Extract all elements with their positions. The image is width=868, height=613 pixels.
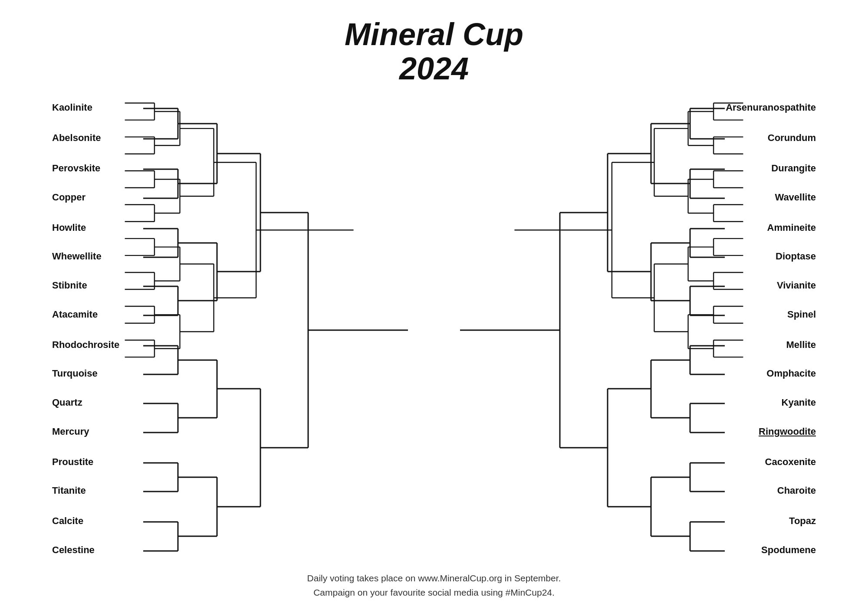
team-spinel: Spinel xyxy=(787,309,816,320)
team-perovskite: Perovskite xyxy=(52,163,100,174)
bracket-lines xyxy=(26,95,842,570)
title-line1: Mineral Cup xyxy=(0,17,868,52)
title-line2: 2024 xyxy=(0,52,868,86)
team-charoite: Charoite xyxy=(777,485,816,496)
footer-line2: Campaign on your favourite social media … xyxy=(313,587,555,597)
team-vivianite: Vivianite xyxy=(777,280,816,291)
team-turquoise: Turquoise xyxy=(52,368,98,379)
team-durangite: Durangite xyxy=(771,163,816,174)
footer-line1: Daily voting takes place on www.MineralC… xyxy=(307,573,561,583)
team-quartz: Quartz xyxy=(52,397,82,408)
team-howlite: Howlite xyxy=(52,222,86,233)
team-stibnite: Stibnite xyxy=(52,280,87,291)
footer: Daily voting takes place on www.MineralC… xyxy=(307,571,561,600)
team-rhodochrosite: Rhodochrosite xyxy=(52,339,119,351)
team-corundum: Corundum xyxy=(768,132,816,144)
team-whewellite: Whewellite xyxy=(52,251,102,262)
team-copper: Copper xyxy=(52,192,85,203)
team-dioptase: Dioptase xyxy=(776,251,816,262)
team-topaz: Topaz xyxy=(789,515,816,527)
team-spodumene: Spodumene xyxy=(761,544,816,556)
team-atacamite: Atacamite xyxy=(52,309,98,320)
bracket-container: Kaolinite Abelsonite Perovskite Copper H… xyxy=(26,95,842,570)
team-calcite: Calcite xyxy=(52,515,83,527)
page-title: Mineral Cup 2024 xyxy=(0,0,868,95)
team-titanite: Titanite xyxy=(52,485,86,496)
team-proustite: Proustite xyxy=(52,456,93,468)
team-wavellite: Wavellite xyxy=(775,192,816,203)
team-mercury: Mercury xyxy=(52,426,89,437)
team-mellite: Mellite xyxy=(786,339,816,351)
team-ammineite: Ammineite xyxy=(767,222,816,233)
team-arsenuranospathite: Arsenuranospathite xyxy=(726,102,816,113)
team-abelsonite: Abelsonite xyxy=(52,132,101,144)
team-cacoxenite: Cacoxenite xyxy=(765,456,816,468)
team-omphacite: Omphacite xyxy=(766,368,816,379)
team-kaolinite: Kaolinite xyxy=(52,102,92,113)
team-kyanite: Kyanite xyxy=(782,397,816,408)
team-ringwoodite: Ringwoodite xyxy=(759,426,816,437)
team-celestine: Celestine xyxy=(52,544,95,556)
